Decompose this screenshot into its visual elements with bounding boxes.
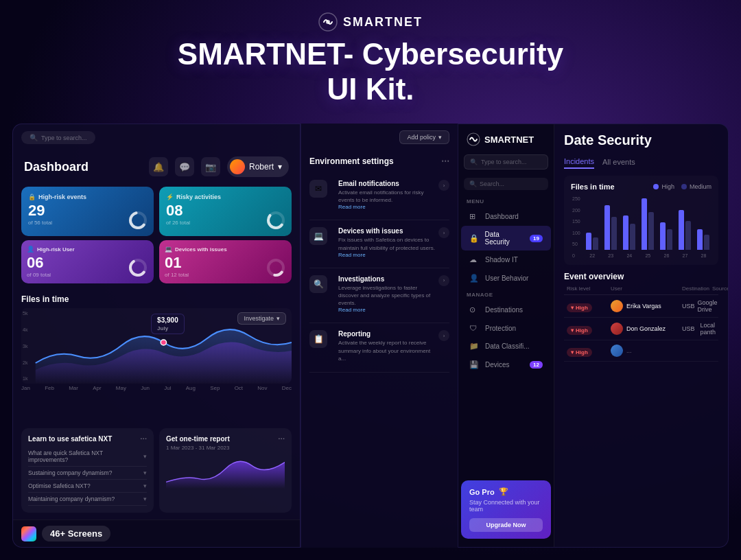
go-pro-title: Go Pro 🏆 [469, 487, 543, 496]
bar-med-28 [704, 235, 709, 250]
env-item-title-2: Investigations [338, 275, 438, 283]
bar-med-22 [593, 237, 598, 250]
mid-stat-cards: 👤High-risk User 06 of 09 total 💻Devices … [13, 240, 300, 289]
stat-label-1: ⚡Risky activities [166, 194, 285, 200]
learn-item-3[interactable]: Maintaining company dynamism? ▾ [28, 493, 147, 506]
cloud-icon: ☁ [469, 255, 480, 264]
sidebar-menu-label: Menu [458, 194, 554, 207]
user-chip[interactable]: Robert ▾ [227, 156, 289, 177]
chevron-right-icon[interactable]: › [438, 275, 449, 286]
stat-label-2: 👤High-risk User [27, 246, 148, 253]
legend-dot-medium [681, 184, 687, 189]
sidebar-item-data-security[interactable]: 🔒 Data Security 19 [461, 226, 551, 250]
env-item-desc-2: Leverage investigations to faster discov… [338, 284, 438, 307]
right-panel: SMARTNET 🔍 Type to search... 🔍 Search...… [458, 124, 729, 548]
learn-item-1[interactable]: Sustaining company dynamism? ▾ [28, 467, 147, 480]
risk-badge-2: ▾ High [567, 348, 592, 357]
more-icon[interactable]: ⋯ [441, 156, 449, 166]
env-item-content-1: Devices with issues Fix issues with Safe… [338, 227, 438, 257]
screens-badge: 46+ Screens [42, 526, 110, 541]
svg-point-10 [161, 340, 166, 345]
bar-chart-area: 250200150100500 22 [571, 196, 711, 258]
stat-card-high-risk-user[interactable]: 👤High-risk User 06 of 09 total [21, 240, 154, 283]
chevron-down-icon: ▾ [438, 134, 442, 141]
tabs-row: Incidents All events [564, 155, 718, 169]
sidebar-item-shadow-it[interactable]: ☁ Shadow IT [461, 250, 551, 269]
user-cell-0: Erika Vargas [611, 300, 679, 312]
bar-high-23 [604, 205, 610, 250]
sidebar-item-dashboard[interactable]: ⊞ Dashboard [461, 207, 551, 226]
user-cell-2: ... [611, 345, 679, 357]
bar-med-26 [667, 229, 672, 250]
more-icon[interactable]: ⋯ [140, 435, 147, 443]
dashboard-icon: ⊞ [469, 212, 480, 221]
investigate-button[interactable]: Investigate ▾ [237, 312, 286, 325]
chevron-down-icon: ▾ [143, 453, 147, 460]
chevron-right-icon[interactable]: › [438, 180, 449, 191]
sidebar-item-user-behavior[interactable]: 👤 User Behavior [461, 269, 551, 288]
bell-icon[interactable]: 🔔 [149, 157, 168, 176]
more-icon[interactable]: ⋯ [278, 435, 285, 443]
bar-label-25: 25 [645, 253, 650, 258]
svg-point-1 [326, 20, 330, 24]
event-row-2[interactable]: ▾ High ... [564, 340, 718, 362]
bar-group-22: 22 [585, 233, 600, 258]
sidebar-search[interactable]: 🔍 Type to search... [464, 154, 548, 170]
bottom-bar: 46+ Screens [13, 520, 300, 547]
camera-icon[interactable]: 📷 [201, 157, 220, 176]
upgrade-button[interactable]: Upgrade Now [469, 518, 543, 532]
env-item-link-1[interactable]: Read more [338, 252, 438, 258]
env-item-desc-1: Fix issues with Safetica on devices to m… [338, 236, 438, 251]
stat-donut-1 [266, 210, 286, 231]
sidebar-item-destinations[interactable]: ⊙ Destinations [461, 301, 551, 319]
stat-card-risky[interactable]: ⚡Risky activities 08 of 26 total [159, 187, 292, 236]
env-item-link-0[interactable]: Read more [338, 204, 438, 210]
chat-icon[interactable]: 💬 [175, 157, 194, 176]
tab-incidents[interactable]: Incidents [564, 155, 594, 169]
learn-box: Learn to use safetica NXT ⋯ What are qui… [21, 428, 154, 513]
sidebar-search2[interactable]: 🔍 Search... [464, 178, 548, 190]
learn-item-0[interactable]: What are quick Safetica NXT improvements… [28, 447, 147, 467]
event-row-1[interactable]: ▾ High Don Gonzalez USB Local panth [564, 318, 718, 340]
devices-badge: 12 [530, 361, 543, 369]
go-pro-card: Go Pro 🏆 Stay Connected with your team U… [461, 480, 551, 539]
bar-med-25 [648, 212, 654, 250]
chevron-down-icon: ▾ [143, 482, 147, 489]
env-item-title-0: Email notifications [338, 180, 438, 187]
sidebar-item-data-classifi[interactable]: 📁 Data Classifi... [461, 337, 551, 355]
reporting-icon: 📋 [309, 330, 327, 348]
event-row-0[interactable]: ▾ High Erika Vargas USB Google Drive [564, 295, 718, 318]
sidebar-item-protection[interactable]: 🛡 Protection [461, 319, 551, 337]
header-icons: 🔔 💬 📷 Robert ▾ [149, 156, 289, 177]
env-settings-title: Environment settings ⋯ [309, 156, 449, 166]
go-pro-subtitle: Stay Connected with your team [469, 499, 543, 513]
env-item-link-2[interactable]: Read more [338, 307, 438, 313]
sidebar: SMARTNET 🔍 Type to search... 🔍 Search...… [458, 124, 554, 547]
chevron-down-icon: ▾ [277, 315, 280, 322]
env-item-desc-0: Activate email notifications for risky e… [338, 189, 438, 204]
bar-high-27 [679, 210, 684, 250]
folder-icon: 📁 [469, 342, 480, 351]
sidebar-item-devices[interactable]: 💾 Devices 12 [461, 355, 551, 374]
legend-high: High [653, 183, 674, 190]
add-policy-button[interactable]: Add policy ▾ [399, 130, 449, 144]
dashboard-header: Dashboard 🔔 💬 📷 Robert ▾ [13, 148, 300, 183]
stat-card-high-risk[interactable]: 🔒High-risk events 29 of 56 total [21, 187, 154, 236]
chevron-right-icon[interactable]: › [438, 330, 449, 341]
bar-group-23: 23 [603, 205, 619, 258]
stat-card-devices[interactable]: 💻Devices with issues 01 of 12 total [159, 240, 292, 283]
bar-group-28: 28 [696, 229, 711, 258]
user-icon: 👤 [469, 274, 480, 283]
sidebar-logo-icon [467, 132, 480, 146]
learn-item-2[interactable]: Optimise Safetica NXT? ▾ [28, 480, 147, 493]
bar-y-labels: 250200150100500 [571, 196, 582, 258]
tab-all-events[interactable]: All events [602, 156, 635, 168]
stat-donut-2 [128, 257, 148, 278]
chevron-right-icon[interactable]: › [438, 227, 449, 238]
chevron-down-icon: ▾ [571, 305, 574, 311]
chevron-down-icon: ▾ [143, 495, 147, 502]
env-item-desc-3: Activate the weekly report to receive su… [338, 339, 438, 362]
files-chart-header: Files in time High Medium [571, 183, 711, 191]
panels-area: 🔍 Type to search... Dashboard 🔔 💬 📷 Robe… [0, 124, 741, 560]
bar-high-25 [642, 198, 647, 250]
